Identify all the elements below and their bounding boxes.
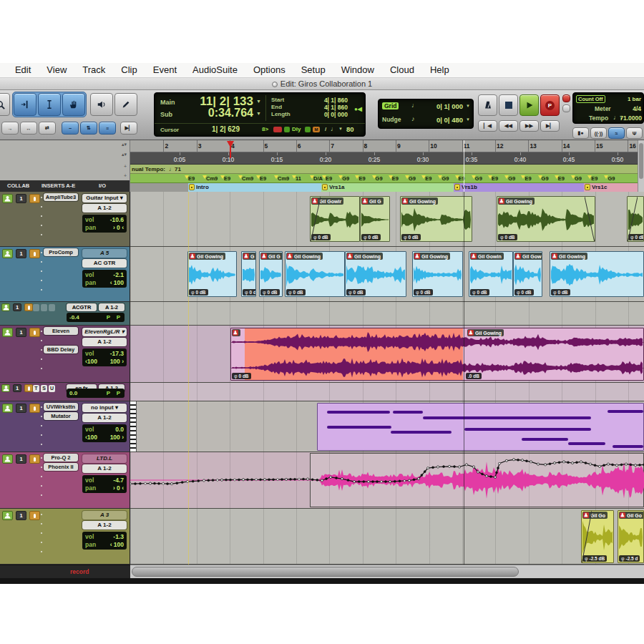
pan-p2-badge[interactable]: P	[117, 314, 120, 321]
chord-label[interactable]: E9	[260, 175, 266, 182]
clip-label-chip[interactable]: ♟Gil G	[260, 253, 283, 260]
fast-forward-button[interactable]: ▶▶	[519, 120, 539, 132]
ruler-expander-icons[interactable]: +	[124, 164, 127, 169]
midi-note[interactable]	[464, 428, 591, 431]
track-header-6[interactable]: 1Pro-Q 2Phoenix IILTD.LA 1-2vol-4.7pan› …	[0, 452, 130, 509]
audio-clip[interactable]: ♟Gil Goφ -2.5 dB	[581, 510, 614, 563]
chord-label[interactable]: E9	[558, 175, 565, 182]
output-speaker-icon[interactable]: ●◀	[354, 106, 362, 112]
go-to-end-button[interactable]: ▶▏	[540, 120, 560, 132]
ruler-expander-icons[interactable]: +	[124, 173, 127, 178]
pan-p2-badge[interactable]: P	[117, 390, 120, 396]
clip-gain-badge[interactable]: φ 0 dB	[260, 289, 280, 296]
mini-cell[interactable]: T	[33, 385, 39, 392]
insert-slot[interactable]: ProComp	[39, 248, 78, 257]
insert-slot[interactable]	[39, 212, 78, 220]
pan-value[interactable]: › 0 ‹	[113, 224, 124, 231]
insert-slot[interactable]	[39, 547, 78, 556]
chord-label[interactable]: G9	[376, 175, 383, 182]
return-to-zero-button[interactable]: ▏◀	[478, 120, 497, 132]
input-monitor-icon[interactable]	[29, 249, 40, 258]
io-output-button[interactable]: A 1-2	[82, 204, 127, 213]
menu-item-setup[interactable]: Setup	[293, 63, 333, 77]
midi-note[interactable]	[608, 410, 643, 413]
audio-clip[interactable]: ♟Gil Gφ 0 dB	[259, 251, 283, 297]
insert-slot[interactable]	[39, 510, 78, 519]
track-name-button[interactable]: ACGTR	[67, 303, 97, 311]
clip-gain-badge[interactable]: φ -2.5 d	[619, 555, 640, 562]
vertical-scroll-thumb[interactable]	[639, 143, 643, 179]
insert-slot[interactable]	[39, 472, 78, 481]
clip-label-chip[interactable]: ♟Gil Gowing	[346, 253, 383, 260]
insert-slot[interactable]	[39, 421, 78, 430]
pan-right-value[interactable]: 100 ›	[110, 358, 124, 365]
vol-value[interactable]: -10.6	[110, 216, 124, 223]
tempo-ruler[interactable]: nual Tempo:♩71	[130, 165, 644, 174]
slip-mode-button[interactable]: ↔	[20, 122, 37, 135]
insert-slot[interactable]	[39, 482, 78, 490]
marker-flag-icon[interactable]	[454, 184, 460, 190]
clip-label-chip[interactable]: ♟Gil Go	[619, 512, 644, 519]
collab-user-icon[interactable]	[1, 384, 10, 392]
pan-value[interactable]: ‹ 100	[110, 541, 124, 548]
input-monitor-icon[interactable]	[29, 454, 40, 464]
track-lane-6[interactable]	[130, 452, 644, 509]
play-button[interactable]	[519, 94, 539, 116]
insert-slot[interactable]: BBD Delay	[39, 346, 78, 354]
horizontal-scrollbar[interactable]	[130, 565, 644, 578]
io-output-button[interactable]: A 1-2	[82, 521, 127, 530]
clip-gain-badge[interactable]: φ 0 dB	[498, 234, 517, 240]
pan-p1-badge[interactable]: P	[107, 390, 110, 396]
pencil-tool-button[interactable]	[114, 93, 137, 116]
pan-right-value[interactable]: 100 ›	[110, 434, 124, 441]
end-value[interactable]: 4| 1| 860	[324, 104, 348, 111]
window-title-bar[interactable]: Edit: Giros Collaboration 1	[0, 78, 644, 90]
chord-label[interactable]: G9	[441, 175, 449, 182]
nudge-caret[interactable]: ▼	[466, 117, 470, 122]
midi-note[interactable]	[423, 416, 591, 419]
clip-label-chip[interactable]: ♟Gil Gowing	[414, 253, 450, 260]
insert-slot[interactable]	[39, 440, 78, 449]
marker-label[interactable]: Intro	[196, 184, 209, 190]
clip-gain-badge[interactable]: φ 0 dB	[361, 234, 381, 240]
trim-tool-button[interactable]	[14, 93, 36, 116]
io-output-button[interactable]: A 1-2	[82, 414, 127, 422]
zoomer-tool-button[interactable]	[0, 93, 10, 116]
insert-plugin-button[interactable]: Phoenix II	[44, 463, 78, 471]
track-header-0[interactable]: 1AmpliTube3Guitar Input ▾A 1-2vol-10.6pa…	[0, 192, 130, 247]
scrub-tool-button[interactable]	[90, 93, 113, 116]
timeline-rulers[interactable]: 23456789101112131415160:050:100:150:200:…	[130, 140, 644, 192]
pan-value[interactable]: › 0 ‹	[113, 484, 124, 492]
midi-note[interactable]	[327, 426, 391, 429]
audio-clip[interactable]: ♟Gil Goφ -2.5 d	[618, 510, 644, 563]
clip-gain-badge[interactable]: φ 0 dB	[286, 289, 306, 296]
io-input-button[interactable]: Guitar Input ▾	[82, 194, 127, 203]
io-input-button[interactable]: ElevenRgL/R ▾	[82, 328, 127, 336]
selector-tool-button[interactable]	[38, 93, 61, 116]
metronome-button[interactable]	[478, 94, 497, 116]
stereo-audio-clip[interactable]: ♟♟Gil Gowingφ 0 dB.0 dB	[230, 328, 644, 381]
chord-label[interactable]: E9	[492, 175, 498, 182]
volume-pan-display[interactable]: vol-4.7pan› 0 ‹	[82, 475, 127, 493]
pre-roll-button[interactable]: ((·))	[590, 127, 607, 139]
insert-slot[interactable]: Eleven	[39, 327, 78, 336]
note-caret[interactable]: ▼	[338, 127, 343, 131]
insert-plugin-button[interactable]: Mutator	[44, 412, 78, 420]
track-lane-5[interactable]	[130, 401, 644, 452]
horizontal-scroll-thumb[interactable]	[132, 567, 519, 577]
insert-slot[interactable]	[39, 364, 78, 373]
insert-slot[interactable]	[39, 491, 78, 499]
vol-value[interactable]: -4.7	[113, 477, 124, 484]
insert-slot[interactable]	[39, 336, 78, 345]
grid-caret[interactable]: ▼	[466, 104, 470, 108]
io-output-button[interactable]: AC GTR	[82, 259, 127, 268]
input-monitor-icon[interactable]	[29, 511, 40, 520]
audio-clip[interactable]: ♟Gil Gowirφ 0 dB	[310, 196, 360, 242]
vol-value[interactable]: -2.1	[113, 271, 124, 278]
clip-label-chip[interactable]: ♟Gil Gowing	[286, 253, 323, 260]
volume-pan-display[interactable]: 0.0PP	[67, 389, 125, 398]
clip-gain-badge[interactable]: φ 0 dB	[346, 289, 366, 296]
audio-clip[interactable]: ♟Gil Gφ 0 dB	[360, 196, 390, 242]
volume-pan-display[interactable]: vol-10.6pan› 0 ‹	[82, 215, 127, 233]
insert-plugin-button[interactable]: BBD Delay	[44, 346, 78, 353]
